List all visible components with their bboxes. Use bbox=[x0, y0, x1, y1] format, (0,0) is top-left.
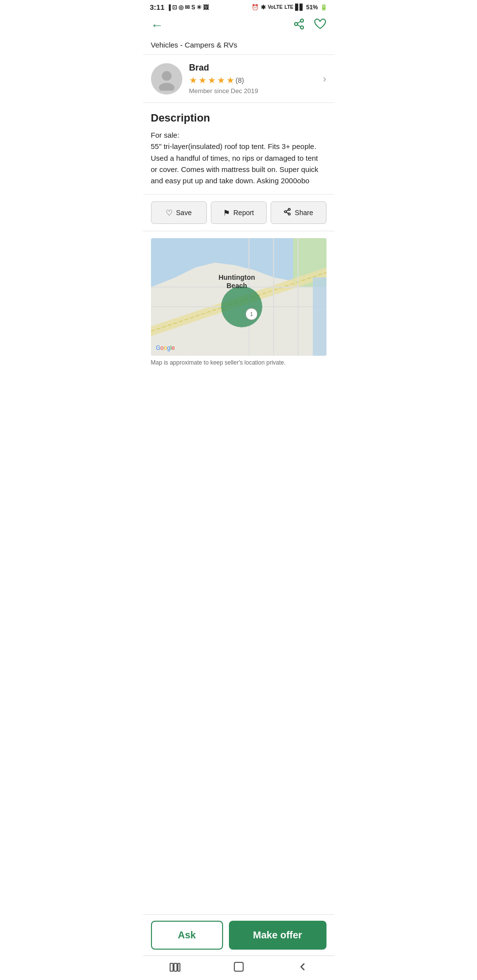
share-action-button[interactable]: Share bbox=[271, 201, 326, 224]
svg-rect-22 bbox=[313, 277, 326, 356]
report-button[interactable]: ⚑ Report bbox=[211, 201, 267, 224]
avatar bbox=[151, 63, 182, 95]
status-bar: 3:11 ▐ ⊡ ◎ ✉ S ✳ 🖼 ⏰ ✱ VoLTE LTE ▋▋ 51% … bbox=[143, 0, 334, 13]
instagram2-icon: ◎ bbox=[178, 4, 183, 11]
map-caption: Map is approximate to keep seller's loca… bbox=[151, 359, 326, 371]
svg-line-11 bbox=[286, 210, 289, 212]
bluetooth-icon: ✱ bbox=[261, 4, 266, 11]
volte-icon: VoLTE bbox=[268, 4, 282, 10]
share-label: Share bbox=[295, 209, 313, 217]
svg-line-10 bbox=[286, 212, 289, 214]
map-container[interactable]: 1 Huntington Beach Google bbox=[151, 238, 326, 356]
member-since: Member since Dec 2019 bbox=[189, 87, 316, 95]
description-section: Description For sale: 55" tri-layer(insu… bbox=[143, 103, 334, 195]
flag-icon: ⚑ bbox=[223, 208, 230, 218]
battery-percent: 51% bbox=[306, 4, 318, 11]
share-button[interactable] bbox=[293, 18, 305, 32]
map-svg: 1 Huntington Beach Google bbox=[151, 238, 326, 356]
shazam-icon: S bbox=[191, 4, 195, 11]
heart-icon bbox=[314, 18, 326, 30]
status-time: 3:11 bbox=[150, 3, 165, 11]
favorite-button[interactable] bbox=[314, 18, 326, 32]
category-bar: Vehicles - Campers & RVs bbox=[143, 38, 334, 55]
share-icon bbox=[293, 18, 305, 30]
svg-point-23 bbox=[221, 286, 262, 327]
alarm-icon: ⏰ bbox=[251, 4, 259, 11]
star-3: ★ bbox=[208, 75, 216, 86]
svg-text:1: 1 bbox=[250, 312, 253, 317]
action-buttons-row: ♡ Save ⚑ Report Share bbox=[143, 195, 334, 231]
instagram-icon: ⊡ bbox=[172, 4, 177, 11]
nav-actions bbox=[293, 18, 326, 32]
category-text: Vehicles - Campers & RVs bbox=[151, 41, 237, 49]
back-button[interactable]: ← bbox=[151, 19, 164, 31]
report-label: Report bbox=[233, 209, 254, 217]
music-icon: ▐ bbox=[167, 4, 171, 10]
svg-line-3 bbox=[297, 25, 301, 27]
share-icon bbox=[283, 208, 291, 218]
asterisk-icon: ✳ bbox=[197, 4, 201, 11]
signal-icon: ▋▋ bbox=[295, 4, 304, 11]
description-body: For sale: 55" tri-layer(insulated) roof … bbox=[151, 129, 326, 186]
mail-icon: ✉ bbox=[185, 4, 190, 11]
battery-icon: 🔋 bbox=[320, 4, 327, 11]
nav-bar: ← bbox=[143, 13, 334, 38]
description-title: Description bbox=[151, 112, 326, 124]
svg-text:Beach: Beach bbox=[226, 282, 247, 290]
star-4: ★ bbox=[217, 75, 225, 86]
avatar-image bbox=[155, 67, 178, 91]
status-icons: ▐ ⊡ ◎ ✉ S ✳ 🖼 bbox=[167, 4, 209, 11]
status-right-icons: ⏰ ✱ VoLTE LTE ▋▋ 51% 🔋 bbox=[251, 4, 327, 11]
star-1: ★ bbox=[189, 75, 197, 86]
seller-section[interactable]: Brad ★ ★ ★ ★ ★ (8) Member since Dec 2019… bbox=[143, 55, 334, 103]
seller-info: Brad ★ ★ ★ ★ ★ (8) Member since Dec 2019 bbox=[189, 63, 316, 95]
save-button[interactable]: ♡ Save bbox=[151, 201, 207, 224]
share-svg-icon bbox=[283, 208, 291, 216]
star-5: ★ bbox=[226, 75, 234, 86]
map-section: 1 Huntington Beach Google Map is approxi… bbox=[143, 231, 334, 374]
heart-icon: ♡ bbox=[166, 208, 173, 218]
save-label: Save bbox=[176, 209, 192, 217]
star-2: ★ bbox=[199, 75, 206, 86]
lte-icon: LTE bbox=[284, 4, 293, 10]
seller-stars: ★ ★ ★ ★ ★ (8) bbox=[189, 75, 316, 86]
svg-text:Google: Google bbox=[156, 344, 175, 351]
seller-name: Brad bbox=[189, 63, 316, 73]
image-icon: 🖼 bbox=[203, 4, 209, 11]
seller-chevron-icon: › bbox=[323, 73, 326, 84]
svg-line-4 bbox=[297, 22, 301, 24]
svg-point-5 bbox=[162, 71, 172, 81]
svg-text:Huntington: Huntington bbox=[218, 273, 255, 281]
svg-point-6 bbox=[159, 83, 175, 91]
review-count: (8) bbox=[236, 76, 244, 84]
